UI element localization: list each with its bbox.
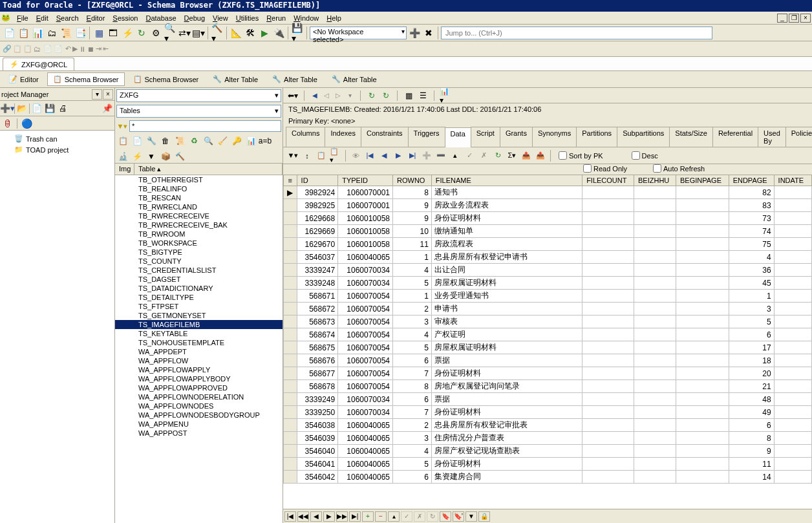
cell-filecount[interactable] (582, 264, 634, 277)
cell-beizhhu[interactable] (634, 186, 676, 199)
cell-rowno[interactable]: 11 (393, 238, 432, 251)
cell-beginpage[interactable] (676, 432, 729, 445)
detail-tab-referential[interactable]: Referential (712, 127, 758, 147)
detail-tab-partitions[interactable]: Partitions (576, 127, 617, 147)
row-marker[interactable] (284, 238, 297, 251)
detail-tab-subpartitions[interactable]: Subpartitions (617, 127, 670, 147)
table-row[interactable]: TS_BIGTYPE (115, 248, 283, 257)
cell-filecount[interactable] (582, 432, 634, 445)
table-row[interactable]: TB_OTHERREGIST (115, 175, 283, 184)
st-6[interactable]: ♻ (187, 134, 200, 147)
cell-typeid[interactable]: 1060010058 (338, 212, 393, 225)
cell-id[interactable]: 568676 (297, 354, 338, 367)
sql-button[interactable]: 📜 (59, 27, 72, 39)
tb2-7[interactable]: ↶ (65, 45, 71, 53)
tb2-12[interactable]: ⇤ (103, 45, 109, 53)
cell-id[interactable]: 3339247 (297, 264, 338, 277)
cell-id[interactable]: 1629668 (297, 212, 338, 225)
window-list-button[interactable]: ▦ (92, 27, 105, 39)
cell-indate[interactable] (774, 445, 811, 458)
cell-beginpage[interactable] (676, 419, 729, 432)
table-row[interactable]: WA_APPFLOWNODESBODYGROUP (115, 411, 283, 420)
cell-beizhhu[interactable] (634, 432, 676, 445)
cell-beginpage[interactable] (676, 367, 729, 380)
cell-rowno[interactable]: 2 (393, 419, 432, 432)
pm-item[interactable]: 📁TOAD project (3, 144, 112, 155)
dtb-filter[interactable]: ▼▾ (287, 150, 299, 162)
detail-tab-synonyms[interactable]: Synonyms (532, 127, 577, 147)
cell-indate[interactable] (774, 432, 811, 445)
cell-beginpage[interactable] (676, 354, 729, 367)
format-button[interactable]: 📐 (230, 27, 242, 39)
cell-id[interactable]: 3546037 (297, 251, 338, 264)
cell-indate[interactable] (774, 380, 811, 393)
cell-rowno[interactable]: 1 (393, 251, 432, 264)
cell-beginpage[interactable] (676, 380, 729, 393)
row-marker[interactable] (284, 199, 297, 212)
gn-first[interactable]: |◀ (284, 511, 296, 522)
cell-typeid[interactable]: 1060070054 (338, 290, 393, 303)
cell-endpage[interactable]: 48 (729, 393, 774, 406)
dt-refresh[interactable]: ↻ (366, 90, 378, 101)
data-row[interactable]: 354604010600400654房屋产权登记现场查勘表9 (284, 445, 812, 458)
jump-input[interactable] (441, 27, 712, 39)
nav-first[interactable]: ◀ (310, 91, 320, 101)
cell-id[interactable]: 3546038 (297, 419, 338, 432)
cell-endpage[interactable]: 74 (729, 225, 774, 238)
table-row[interactable]: WA_APPFLOWAPPROVED (115, 383, 283, 392)
dtb-prev[interactable]: ◀ (378, 150, 390, 162)
trace-button[interactable]: 📑 (74, 27, 87, 39)
menu-edit[interactable]: Edit (32, 13, 52, 23)
cell-id[interactable]: 568674 (297, 328, 338, 341)
cell-rowno[interactable]: 5 (393, 458, 432, 471)
menu-search[interactable]: Search (52, 13, 83, 23)
cell-id[interactable]: 568671 (297, 290, 338, 303)
pm-db-button[interactable]: 🛢 (1, 117, 14, 130)
table-row[interactable]: TS_DETAILTYPE (115, 293, 283, 302)
table-row[interactable]: TS_DAGSET (115, 275, 283, 284)
cell-id[interactable]: 3546040 (297, 445, 338, 458)
cell-indate[interactable] (774, 328, 811, 341)
table-row[interactable]: TS_DATADICTIONARY (115, 284, 283, 293)
cell-filename[interactable]: 集资建房合同 (431, 471, 582, 484)
cell-id[interactable]: 3546042 (297, 471, 338, 484)
cell-id[interactable]: 1629670 (297, 238, 338, 251)
cell-endpage[interactable]: 6 (729, 419, 774, 432)
cell-filename[interactable]: 身份证明材料 (431, 406, 582, 419)
cell-endpage[interactable]: 83 (729, 199, 774, 212)
doc-tab-editor[interactable]: 📝Editor (3, 72, 45, 86)
cell-filename[interactable]: 票据 (431, 393, 582, 406)
row-marker[interactable] (284, 458, 297, 471)
table-row[interactable]: TS_CREDENTIALSLIST (115, 266, 283, 275)
grid-col-filecount[interactable]: FILECOUNT (582, 175, 634, 186)
cell-indate[interactable] (774, 225, 811, 238)
cell-endpage[interactable]: 21 (729, 380, 774, 393)
menu-help[interactable]: Help (323, 13, 345, 23)
commit-button[interactable]: 💾▾ (291, 27, 304, 39)
data-row[interactable]: 354603910600400653住房情况分户普查表8 (284, 432, 812, 445)
cell-endpage[interactable]: 3 (729, 303, 774, 315)
cell-id[interactable]: 568677 (297, 367, 338, 380)
cell-filecount[interactable] (582, 328, 634, 341)
grid-col-rowno[interactable]: ROWNO (393, 175, 432, 186)
data-row[interactable]: 333925010600700347身份证明材料49 (284, 406, 812, 419)
cell-filename[interactable]: 房地产权属登记询问笔录 (431, 380, 582, 393)
tb2-6[interactable]: 📄 (54, 45, 63, 53)
menu-view[interactable]: View (209, 13, 232, 23)
table-row[interactable]: TS_IMAGEFILEMB (115, 320, 283, 329)
row-marker[interactable] (284, 367, 297, 380)
cell-beizhhu[interactable] (634, 238, 676, 251)
cell-filecount[interactable] (582, 367, 634, 380)
detail-tab-triggers[interactable]: Triggers (408, 127, 445, 147)
table-row[interactable]: TB_RWRECRECEIVE (115, 211, 283, 220)
cell-indate[interactable] (774, 303, 811, 315)
cell-filename[interactable]: 房政业务流程表 (431, 199, 582, 212)
schema-browser-button[interactable]: 📊 (31, 27, 44, 39)
col-img[interactable]: Img (115, 164, 134, 175)
cell-beizhhu[interactable] (634, 406, 676, 419)
row-marker[interactable] (284, 354, 297, 367)
dtb-first[interactable]: |◀ (364, 150, 376, 162)
cell-beizhhu[interactable] (634, 458, 676, 471)
cell-rowno[interactable]: 10 (393, 225, 432, 238)
row-marker[interactable] (284, 328, 297, 341)
